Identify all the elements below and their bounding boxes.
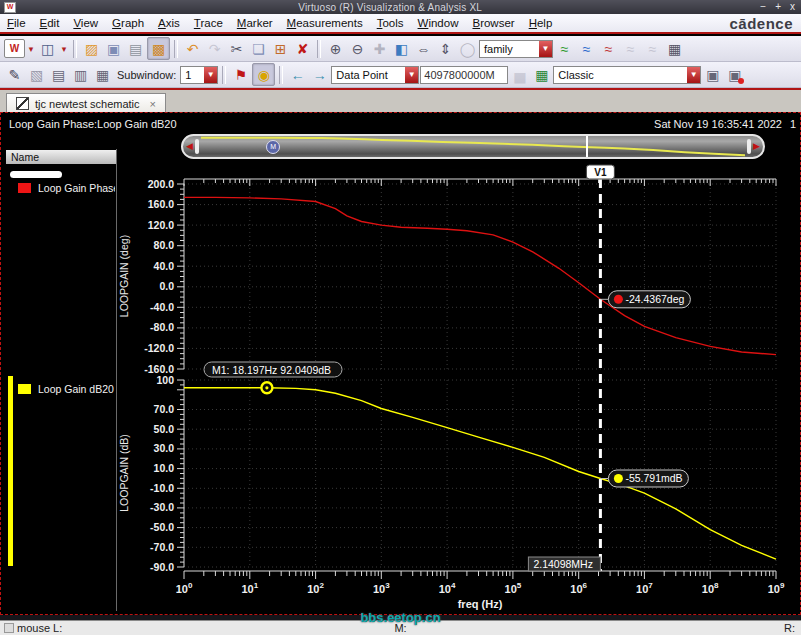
histogram-button: ▅ <box>509 64 530 85</box>
subwindow-value: 1 <box>185 69 191 81</box>
navigate-combobox[interactable]: Data Point ▼ <box>331 66 419 84</box>
horizontal-split-button[interactable]: ▤ <box>48 64 69 85</box>
delete-icon: ✘ <box>297 42 309 56</box>
menu-window[interactable]: Window <box>411 17 466 29</box>
tab-tjc-newtest-schematic[interactable]: tjc newtest schematic × <box>6 93 166 113</box>
copy-button[interactable]: ❏ <box>248 38 269 59</box>
overview-v1-line[interactable] <box>586 136 588 157</box>
table-view-button[interactable]: ▦ <box>664 38 685 59</box>
print-button[interactable]: ▤ <box>125 38 146 59</box>
new-waveform-arrow-icon: ▾ <box>29 42 34 56</box>
family-combobox[interactable]: family ▼ <box>479 40 553 58</box>
menu-trace[interactable]: Trace <box>187 17 230 29</box>
save-button[interactable]: ▣ <box>103 38 124 59</box>
data-point-field[interactable] <box>420 66 508 84</box>
menu-browser[interactable]: Browser <box>465 17 521 29</box>
zoom-in-button[interactable]: ⊕ <box>325 38 346 59</box>
window-layout-button[interactable]: ◫ <box>37 38 58 59</box>
mouse-right-status: R: <box>784 622 795 634</box>
new-waveform-dropdown[interactable]: ▾ <box>26 38 36 59</box>
grid-layout-icon: ▦ <box>96 68 109 82</box>
zoom-y-button[interactable]: ⇕ <box>435 38 456 59</box>
legend-item-loop-gain-phase[interactable]: Loop Gain Phase <box>18 182 115 194</box>
next-point-icon: → <box>313 68 327 82</box>
zoom-area-button[interactable]: ◧ <box>391 38 412 59</box>
copy-window-button[interactable]: ▣ <box>702 64 723 85</box>
menu-graph[interactable]: Graph <box>105 17 151 29</box>
menu-file[interactable]: File <box>0 17 33 29</box>
legend-item-loop-gain-db20[interactable]: Loop Gain dB20 <box>18 383 115 395</box>
waveform-tab-icon <box>16 97 29 110</box>
scroll-right-icon[interactable]: ▶ <box>753 142 760 151</box>
appearance-combobox[interactable]: Classic ▼ <box>553 66 701 84</box>
close-button[interactable]: x <box>790 2 795 12</box>
overview-scrollbar[interactable]: ◀ M ▶ <box>181 134 765 159</box>
calculator-button[interactable]: ▦ <box>531 64 552 85</box>
v1-freq-value: 2.14098MHz <box>533 558 593 570</box>
eye-diagram-button[interactable]: ▧ <box>26 64 47 85</box>
grid-layout-button[interactable]: ▦ <box>92 64 113 85</box>
vertical-split-icon: ▥ <box>74 68 87 82</box>
vertical-split-button[interactable]: ▥ <box>70 64 91 85</box>
tab-close-icon[interactable]: × <box>150 98 156 110</box>
new-waveform-button[interactable]: W <box>4 39 25 58</box>
scroll-left-icon[interactable]: ◀ <box>186 142 193 151</box>
flag-button[interactable]: ⚑ <box>230 64 251 85</box>
paste-button[interactable]: ⊞ <box>270 38 291 59</box>
combo-arrow-icon[interactable]: ▼ <box>539 41 552 57</box>
next-point-button[interactable]: → <box>309 64 330 85</box>
gain-axis-color-strip <box>8 376 13 566</box>
cut-button[interactable]: ✂ <box>226 38 247 59</box>
scroll-handle-left[interactable] <box>195 139 199 154</box>
maximize-button[interactable]: + <box>775 2 781 12</box>
gain-axis-label: LOOPGAIN (dB) <box>118 434 130 512</box>
subwindow-spinner[interactable]: 1 ▼ <box>180 66 218 84</box>
minimize-button[interactable]: − <box>760 2 766 12</box>
label-button[interactable]: ◉ <box>252 63 275 86</box>
plot-clipboard-button[interactable]: ▩ <box>147 37 170 60</box>
zoom-out-button[interactable]: ⊖ <box>347 38 368 59</box>
menu-tools[interactable]: Tools <box>370 17 411 29</box>
chart-area[interactable]: 200.0160.0120.080.040.00.0-40.0-80.0-120… <box>116 163 801 615</box>
wizard-button[interactable]: ✎ <box>4 64 25 85</box>
open-button[interactable]: ▨ <box>81 38 102 59</box>
prev-point-button[interactable]: ← <box>287 64 308 85</box>
phase-trace-swatch <box>18 183 31 193</box>
menu-help[interactable]: Help <box>522 17 560 29</box>
toolbar-separator <box>222 66 226 84</box>
phase-ytick: -120.0 <box>144 342 174 354</box>
calculator-icon: ▦ <box>535 68 548 82</box>
strip-chart-button[interactable]: ≈ <box>554 38 575 59</box>
pan-button: ✚ <box>369 38 390 59</box>
redo-button: ↷ <box>204 38 225 59</box>
undo-button[interactable]: ↶ <box>182 38 203 59</box>
gain-ytick: -10.0 <box>150 482 174 494</box>
phase-curve[interactable] <box>184 197 776 354</box>
gain-ytick: 10.0 <box>154 462 175 474</box>
horizontal-split-icon: ▤ <box>52 68 65 82</box>
gain-ytick: -50.0 <box>150 521 174 533</box>
cadence-logo: cādence <box>729 15 793 32</box>
composite-chart-button[interactable]: ≈ <box>576 38 597 59</box>
gain-ytick: -90.0 <box>150 561 174 573</box>
zoom-x-button[interactable]: ⇔ <box>413 38 434 59</box>
overlay-chart-button[interactable]: ≈ <box>598 38 619 59</box>
x-tick: 108 <box>702 581 719 595</box>
menu-axis[interactable]: Axis <box>151 17 187 29</box>
export-window-button[interactable]: ▣ <box>724 64 745 85</box>
menu-view[interactable]: View <box>66 17 105 29</box>
menu-marker[interactable]: Marker <box>230 17 280 29</box>
phase-ytick: 0.0 <box>159 280 174 292</box>
menu-measurements[interactable]: Measurements <box>280 17 370 29</box>
x-tick: 100 <box>176 581 193 595</box>
window-layout-dropdown[interactable]: ▾ <box>59 38 69 59</box>
menu-edit[interactable]: Edit <box>33 17 67 29</box>
phase-ytick: 160.0 <box>148 198 174 210</box>
combo-arrow-icon[interactable]: ▼ <box>405 67 418 83</box>
combo-arrow-icon[interactable]: ▼ <box>687 67 700 83</box>
scroll-handle-right[interactable] <box>747 139 751 154</box>
overview-thumbnail[interactable]: M <box>201 136 745 157</box>
spinner-arrow-icon[interactable]: ▼ <box>204 67 217 83</box>
graph-page-number: 1 <box>790 118 796 130</box>
delete-button[interactable]: ✘ <box>292 38 313 59</box>
